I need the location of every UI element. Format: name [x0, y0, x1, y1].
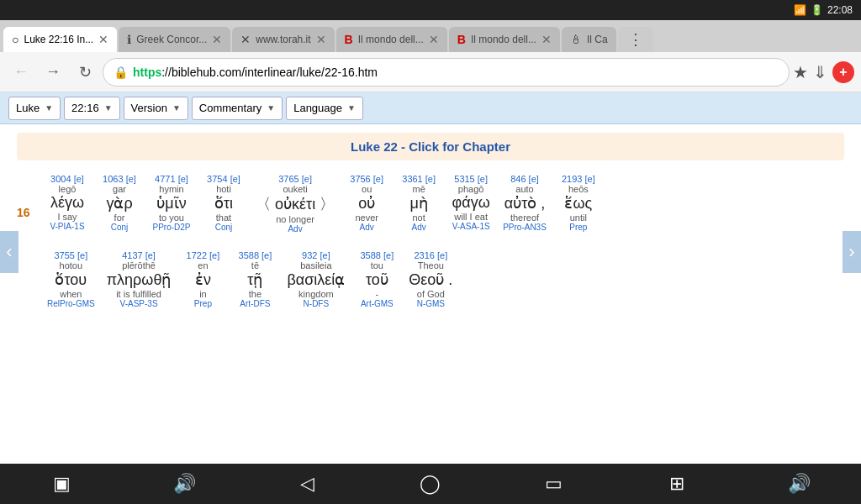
word-strongs-4[interactable]: 3754 [e]	[207, 174, 240, 184]
tab-5[interactable]: B Il mondo dell... ✕	[449, 27, 560, 52]
word-strongs-9[interactable]: 846 [e]	[510, 174, 539, 184]
word-translit-11: hotou	[60, 260, 83, 270]
word-parse-12: V-ASP-3S	[120, 299, 158, 308]
word-parse-3: PPro-D2P	[152, 223, 190, 232]
version-dropdown[interactable]: Version ▼	[124, 97, 188, 120]
words-row-1: 3004 [e] legō λέγω I say V-PIA-1S 1063 […	[42, 171, 844, 237]
word-strongs-7[interactable]: 3361 [e]	[402, 174, 436, 184]
tab-label-6: Il Ca	[587, 34, 608, 45]
chapter-link[interactable]: Luke 22 - Click for Chapter	[17, 133, 844, 160]
commentary-dropdown[interactable]: Commentary ▼	[192, 97, 283, 120]
word-strongs-17[interactable]: 2316 [e]	[414, 250, 447, 260]
verse-num-empty	[17, 247, 42, 296]
tab-close-2[interactable]: ✕	[212, 33, 222, 46]
word-me: 3361 [e] mē μὴ not Adv	[394, 171, 444, 237]
bookmark-icon[interactable]: ★	[793, 62, 808, 82]
add-icon[interactable]: +	[832, 61, 854, 83]
word-translit-5: ouketi	[283, 184, 307, 194]
tab-label-4: Il mondo dell...	[358, 34, 424, 45]
tab-close-1[interactable]: ✕	[98, 33, 108, 46]
word-strongs-12[interactable]: 4137 [e]	[122, 250, 156, 260]
word-english-15: kingdom	[298, 289, 334, 299]
word-strongs-13[interactable]: 1722 [e]	[187, 250, 220, 260]
forward-button[interactable]: →	[39, 58, 67, 87]
back-button[interactable]: ←	[7, 58, 35, 87]
word-strongs-1[interactable]: 3004 [e]	[50, 174, 84, 184]
word-parse-1: V-PIA-1S	[50, 222, 84, 231]
bottom-bar: ▣ 🔊 ◁ ◯ ▭ ⊞ 🔊	[0, 464, 861, 504]
camera-button[interactable]: ▣	[36, 473, 87, 495]
volume-button[interactable]: 🔊	[159, 473, 209, 495]
volume-down-button[interactable]: 🔊	[774, 473, 825, 495]
word-parse-9: PPro-AN3S	[503, 223, 547, 232]
word-parse-13: Prep	[194, 299, 212, 308]
chapter-dropdown[interactable]: 22:16 ▼	[64, 97, 119, 120]
tab-close-5[interactable]: ✕	[541, 33, 552, 46]
book-arrow: ▼	[45, 103, 53, 113]
word-hoti: 3754 [e] hoti ὅτι that Conj	[198, 171, 249, 237]
download-icon[interactable]: ⇓	[813, 62, 827, 82]
tab-6[interactable]: 🕯 Il Ca	[562, 27, 616, 52]
word-auto: 846 [e] auto αὐτὸ , thereof PPro-AN3S	[498, 171, 552, 237]
word-greek-1: λέγω	[50, 194, 84, 212]
tab-label-1: Luke 22:16 In...	[24, 34, 93, 45]
word-english-7: not	[413, 213, 425, 223]
status-icons: 📶 🔋 22:08	[794, 4, 853, 16]
signal-icon: 📶	[794, 4, 806, 16]
url-text: https://biblehub.com/interlinear/luke/22…	[133, 66, 779, 79]
word-english-9: thereof	[510, 213, 539, 223]
word-strongs-5[interactable]: 3765 [e]	[278, 174, 312, 184]
word-strongs-2[interactable]: 1063 [e]	[103, 174, 136, 184]
tab-active[interactable]: ○ Luke 22:16 In... ✕	[3, 27, 117, 52]
word-english-1: I say	[57, 212, 77, 222]
verse-section-16: 16 3004 [e] legō λέγω I say V-PIA-1S 106…	[17, 171, 844, 312]
new-tab-button[interactable]: ⋮	[618, 27, 653, 52]
version-arrow: ▼	[172, 103, 181, 113]
word-translit-14: tē	[251, 260, 259, 270]
word-greek-6: οὐ	[358, 194, 375, 213]
next-nav-button[interactable]: ›	[843, 231, 861, 273]
book-dropdown[interactable]: Luke ▼	[8, 97, 61, 120]
word-strongs-16[interactable]: 3588 [e]	[360, 250, 394, 260]
home-button[interactable]: ◯	[405, 473, 456, 495]
word-strongs-15[interactable]: 932 [e]	[302, 250, 330, 260]
word-english-6: never	[355, 213, 378, 223]
word-parse-11: RelPro-GMS	[47, 299, 95, 308]
word-strongs-8[interactable]: 5315 [e]	[454, 174, 488, 184]
tab-4[interactable]: B Il mondo dell... ✕	[336, 27, 447, 52]
apps-button[interactable]: ⊞	[652, 473, 702, 495]
url-https: https	[133, 66, 161, 79]
word-translit-12: plērōthē	[122, 260, 156, 270]
word-translit-3: hymin	[159, 184, 183, 194]
word-strongs-10[interactable]: 2193 [e]	[562, 174, 595, 184]
refresh-button[interactable]: ↻	[71, 58, 99, 87]
words-row-2: 3755 [e] hotou ὅτου when RelPro-GMS 4137…	[42, 247, 844, 312]
battery-icon: 🔋	[811, 4, 823, 16]
tab-close-3[interactable]: ✕	[316, 33, 326, 46]
word-greek-17: Θεοῦ .	[409, 270, 452, 289]
word-english-13: in	[199, 289, 207, 299]
tab-2[interactable]: ℹ Greek Concor... ✕	[119, 27, 230, 52]
word-parse-17: N-GMS	[417, 299, 445, 308]
word-english-8: will I eat	[454, 212, 488, 222]
tab-3[interactable]: ✕ www.torah.it ✕	[232, 27, 334, 52]
word-greek-13: ἐν	[195, 270, 211, 289]
word-translit-15: basileia	[300, 260, 331, 270]
commentary-value: Commentary	[199, 102, 261, 114]
prev-nav-button[interactable]: ‹	[0, 231, 18, 273]
tab-close-4[interactable]: ✕	[429, 33, 439, 46]
word-strongs-3[interactable]: 4771 [e]	[155, 174, 188, 184]
language-dropdown[interactable]: Language ▼	[286, 97, 363, 120]
url-bar[interactable]: 🔒 https://biblehub.com/interlinear/luke/…	[103, 58, 790, 87]
word-english-3: to you	[159, 213, 184, 223]
word-parse-16: Art-GMS	[361, 299, 394, 308]
word-strongs-14[interactable]: 3588 [e]	[239, 250, 272, 260]
tab-favicon-2: ℹ	[127, 33, 131, 46]
word-translit-9: auto	[515, 184, 533, 194]
back-button[interactable]: ◁	[283, 473, 333, 495]
word-translit-16: tou	[371, 260, 383, 270]
recents-button[interactable]: ▭	[528, 473, 578, 495]
word-strongs-11[interactable]: 3755 [e]	[54, 250, 87, 260]
word-english-2: for	[114, 213, 125, 223]
word-strongs-6[interactable]: 3756 [e]	[350, 174, 383, 184]
